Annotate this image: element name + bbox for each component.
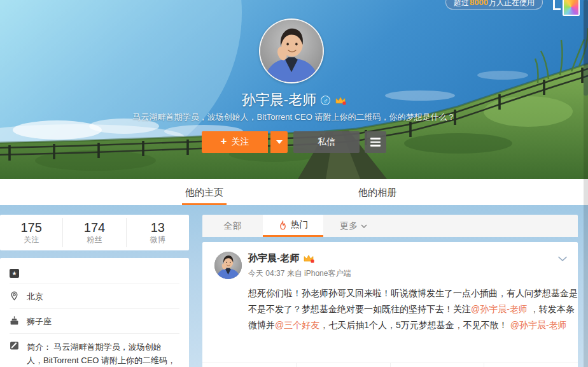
post-action-bar: ☆ 收藏 53 46 (202, 363, 578, 367)
location-pin-icon (10, 291, 19, 301)
male-gender-icon: ♂ (321, 96, 330, 105)
tab-his-homepage[interactable]: 他的主页 (180, 179, 228, 205)
profile-name: 孙宇晨-老师 (242, 90, 316, 110)
zodiac-value: 狮子座 (27, 315, 52, 327)
favorite-button[interactable]: ☆ 收藏 (202, 363, 296, 367)
mention-link[interactable]: @三个好友 (275, 320, 319, 330)
feed-tab-bar: 全部 热门 更多 (202, 215, 578, 237)
follow-button[interactable]: + 关注 (202, 131, 268, 153)
usage-badge-number: 8000 (469, 0, 489, 7)
style-switcher-icon[interactable] (563, 0, 580, 16)
flame-icon (278, 220, 288, 230)
post-timestamp: 今天 04:37 来自 iPhone客户端 (248, 268, 351, 279)
profile-name-row: 孙宇晨-老师 ♂ (0, 90, 588, 110)
tab-hot[interactable]: 热门 (263, 215, 323, 237)
profile-avatar[interactable] (259, 18, 324, 83)
birthday-cake-icon (10, 316, 19, 326)
cover-photo: 超过8000万人正在使用 孙宇晨-老师 ♂ 马云湖畔首期学员，波场创始人，Bit… (0, 0, 588, 179)
post-author-avatar[interactable] (214, 252, 242, 279)
follow-options-button[interactable] (270, 131, 288, 153)
stat-followers[interactable]: 174 粉丝 (62, 218, 125, 247)
profile-info-card: ★ 北京 狮子座 简介： 马云湖畔首期学员，波场创始人，Bit (0, 258, 189, 367)
compose-icon (10, 341, 19, 350)
scrollbar[interactable] (584, 0, 588, 367)
post-content: 想死你们啦！孙老师孙哥又回来啦！听说微博发生了一点小插曲，有人问梦想基金是不是不… (248, 285, 578, 333)
usage-badge-prefix: 超过 (454, 0, 469, 7)
intro-row: 简介： 马云湖畔首期学员，波场创始人，BitTorrent CEO 请附上你的二… (10, 334, 179, 367)
stat-posts[interactable]: 13 微博 (126, 218, 189, 247)
profile-more-button[interactable] (365, 131, 386, 153)
follow-button-label: 关注 (231, 136, 249, 148)
stat-following[interactable]: 175 关注 (0, 218, 62, 247)
usage-count-badge: 超过8000万人正在使用 (445, 0, 543, 10)
tab-all[interactable]: 全部 (202, 215, 263, 237)
usage-badge-suffix: 万人正在使用 (489, 0, 535, 7)
frame-icon (553, 0, 561, 10)
profile-action-buttons: + 关注 私信 (0, 131, 588, 153)
vip-crown-icon (303, 254, 314, 263)
direct-message-button[interactable]: 私信 (293, 131, 360, 153)
plus-icon: + (221, 135, 227, 148)
menu-icon (370, 138, 381, 140)
tab-his-albums[interactable]: 他的相册 (355, 179, 400, 205)
medal-icon: ★ (10, 269, 19, 278)
location-row: 北京 (10, 284, 179, 309)
chevron-down-icon (276, 140, 283, 144)
credentials-row: ★ (10, 262, 179, 284)
location-value: 北京 (27, 291, 43, 303)
profile-stats-card: 175 关注 174 粉丝 13 微博 (0, 215, 189, 250)
like-button[interactable]: 15 (484, 363, 578, 367)
weibo-post: 孙宇晨-老师 今天 04:37 来自 iPhone客户端 想死你们啦！孙老师孙哥… (202, 242, 578, 367)
vip-crown-icon (335, 96, 346, 105)
post-menu-chevron[interactable] (557, 256, 568, 262)
dm-button-label: 私信 (318, 136, 335, 148)
weibo-profile-page: 超过8000万人正在使用 孙宇晨-老师 ♂ 马云湖畔首期学员，波场创始人，Bit… (0, 0, 588, 367)
active-tab-underline (182, 203, 227, 205)
zodiac-row: 狮子座 (10, 309, 179, 334)
intro-value: 简介： 马云湖畔首期学员，波场创始人，BitTorrent CEO 请附上你的二… (27, 340, 177, 367)
chevron-down-icon (361, 224, 367, 228)
post-author-name[interactable]: 孙宇晨-老师 (248, 252, 314, 264)
mention-link[interactable]: @孙宇晨-老师 (471, 304, 528, 314)
scrollbar-thumb[interactable] (584, 0, 588, 96)
mention-link[interactable]: @孙宇晨-老师 (510, 320, 567, 330)
profile-tab-bar: 他的主页 他的相册 (0, 179, 588, 205)
comment-button[interactable]: 46 (390, 363, 484, 367)
repost-button[interactable]: 53 (296, 363, 390, 367)
tab-more[interactable]: 更多 (323, 215, 384, 237)
profile-bio: 马云湖畔首期学员，波场创始人，BitTorrent CEO 请附上你的二维码，你… (0, 112, 588, 123)
